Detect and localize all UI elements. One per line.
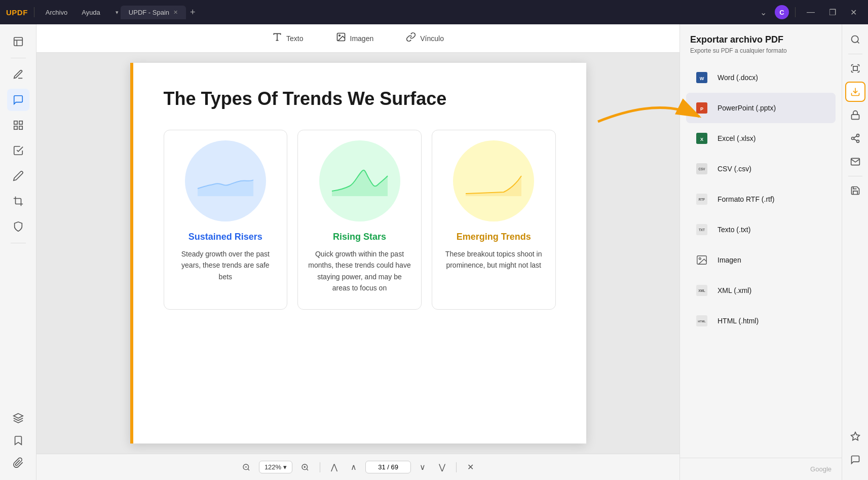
export-panel-subtitle: Exporte su PDF a cualquier formato bbox=[690, 47, 832, 54]
svg-rect-5 bbox=[14, 126, 17, 129]
fr-protect-icon[interactable] bbox=[845, 105, 865, 125]
export-item-imagen[interactable]: Imagen bbox=[686, 245, 836, 275]
export-list: W Word (.docx) P PowerPoint (.pptx) X Ex… bbox=[680, 58, 842, 458]
close-button[interactable]: ✕ bbox=[845, 6, 862, 19]
export-item-xml[interactable]: XML XML (.xml) bbox=[686, 275, 836, 306]
sidebar-icon-protect[interactable] bbox=[7, 215, 29, 238]
chevron-down-icon[interactable]: ⌄ bbox=[756, 6, 771, 19]
prev-page-button[interactable]: ∧ bbox=[346, 460, 361, 474]
chart-circle-green bbox=[319, 140, 400, 221]
tab-label: UPDF - Spain bbox=[129, 9, 169, 16]
zoom-value: 122% bbox=[265, 463, 281, 471]
last-page-button[interactable]: ⋁ bbox=[434, 460, 450, 474]
export-item-csv[interactable]: CSV CSV (.csv) bbox=[686, 154, 836, 184]
sidebar-icon-pages[interactable] bbox=[7, 30, 29, 53]
title-bar-right: ⌄ C — ❐ ✕ bbox=[756, 5, 862, 19]
export-panel-title: Exportar archivo PDF bbox=[690, 34, 832, 45]
export-item-rtf[interactable]: RTF Formato RTF (.rtf) bbox=[686, 184, 836, 214]
menu-ayuda[interactable]: Ayuda bbox=[77, 7, 105, 18]
export-item-powerpoint[interactable]: P PowerPoint (.pptx) bbox=[686, 93, 836, 123]
right-panel: Exportar archivo PDF Exporte su PDF a cu… bbox=[680, 24, 842, 480]
svg-rect-41 bbox=[851, 115, 859, 119]
fr-magic-icon[interactable] bbox=[845, 426, 865, 447]
tab-dropdown-icon[interactable]: ▾ bbox=[116, 9, 119, 16]
minimize-button[interactable]: — bbox=[802, 6, 820, 19]
export-item-icon-txt: TXT bbox=[693, 221, 710, 238]
tab-add-button[interactable]: + bbox=[190, 7, 196, 18]
export-item-label-rtf: Formato RTF (.rtf) bbox=[718, 195, 775, 203]
win-btn-divider bbox=[795, 7, 796, 17]
svg-text:CSV: CSV bbox=[698, 167, 705, 171]
svg-line-38 bbox=[857, 42, 859, 44]
page-number: 31 / 69 bbox=[378, 463, 398, 471]
zoom-in-button[interactable] bbox=[296, 461, 314, 474]
toolbar-text[interactable]: Texto bbox=[266, 29, 309, 48]
sidebar-icon-annotate[interactable] bbox=[7, 89, 29, 111]
chart-circle-blue bbox=[185, 140, 266, 221]
sidebar-icon-bookmark[interactable] bbox=[7, 429, 29, 452]
main-toolbar: Texto Imagen Vínculo bbox=[36, 24, 680, 53]
sidebar-icon-layers[interactable] bbox=[7, 407, 29, 429]
zoom-display[interactable]: 122% ▾ bbox=[259, 461, 292, 473]
maximize-button[interactable]: ❐ bbox=[824, 6, 841, 19]
card-desc-sustained: Steady growth over the past years, these… bbox=[174, 248, 277, 282]
close-bar-button[interactable]: ✕ bbox=[463, 460, 478, 474]
svg-marker-47 bbox=[851, 432, 859, 440]
card-title-sustained: Sustained Risers bbox=[188, 232, 262, 242]
zoom-out-button[interactable] bbox=[238, 461, 255, 474]
fr-chat-icon[interactable] bbox=[845, 450, 865, 470]
sidebar-icon-organize[interactable] bbox=[7, 114, 29, 136]
tab-close-icon[interactable]: ✕ bbox=[173, 9, 178, 16]
fr-search-icon[interactable] bbox=[845, 29, 865, 50]
export-item-icon-rtf: RTF bbox=[693, 191, 710, 208]
toolbar-image[interactable]: Imagen bbox=[330, 29, 380, 48]
next-page-button[interactable]: ∨ bbox=[415, 460, 430, 474]
export-item-word[interactable]: W Word (.docx) bbox=[686, 62, 836, 93]
sidebar-icon-attach[interactable] bbox=[7, 452, 29, 474]
svg-point-11 bbox=[338, 35, 340, 36]
export-item-label-excel: Excel (.xlsx) bbox=[718, 134, 756, 142]
export-item-txt[interactable]: TXT Texto (.txt) bbox=[686, 214, 836, 245]
card-title-rising: Rising Stars bbox=[333, 232, 386, 242]
active-tab[interactable]: UPDF - Spain ✕ bbox=[121, 6, 186, 19]
fr-mail-icon[interactable] bbox=[845, 152, 865, 172]
toolbar-link[interactable]: Vínculo bbox=[400, 29, 450, 48]
export-item-excel[interactable]: X Excel (.xlsx) bbox=[686, 123, 836, 154]
sidebar-div-2 bbox=[11, 243, 26, 243]
svg-line-46 bbox=[854, 136, 857, 137]
export-item-label-txt: Texto (.txt) bbox=[718, 226, 750, 234]
export-item-icon-word: W bbox=[693, 69, 710, 86]
main-layout: Texto Imagen Vínculo The Types Of Trends… bbox=[0, 24, 868, 480]
card-rising-stars: Rising Stars Quick growth within the pas… bbox=[297, 130, 422, 310]
pdf-page-title: The Types Of Trends We Surface bbox=[164, 88, 556, 109]
card-emerging-trends: Emerging Trends These breakout topics sh… bbox=[432, 130, 556, 310]
avatar[interactable]: C bbox=[775, 5, 789, 19]
export-item-icon-imagen bbox=[693, 251, 710, 269]
right-panel-header: Exportar archivo PDF Exporte su PDF a cu… bbox=[680, 24, 842, 58]
export-item-icon-xml: XML bbox=[693, 282, 710, 299]
menu-archivo[interactable]: Archivo bbox=[41, 7, 72, 18]
export-item-html[interactable]: HTML HTML (.html) bbox=[686, 306, 836, 336]
svg-text:X: X bbox=[700, 137, 704, 142]
fr-share-icon[interactable] bbox=[845, 128, 865, 149]
text-icon bbox=[272, 32, 282, 45]
title-bar: UPDF Archivo Ayuda ▾ UPDF - Spain ✕ + ⌄ … bbox=[0, 0, 868, 24]
sidebar-icon-sign[interactable] bbox=[7, 165, 29, 187]
image-icon bbox=[336, 32, 346, 45]
svg-rect-6 bbox=[19, 126, 22, 129]
svg-text:XML: XML bbox=[698, 289, 705, 292]
first-page-button[interactable]: ⋀ bbox=[326, 460, 342, 474]
fr-export-icon[interactable] bbox=[845, 82, 865, 102]
fr-save-icon[interactable] bbox=[845, 180, 865, 201]
page-display[interactable]: 31 / 69 bbox=[365, 461, 411, 473]
sidebar-icon-edit[interactable] bbox=[7, 63, 29, 86]
export-item-label-html: HTML (.html) bbox=[718, 317, 759, 325]
fr-ocr-icon[interactable] bbox=[845, 58, 865, 79]
title-bar-divider bbox=[34, 7, 34, 17]
card-sustained-risers: Sustained Risers Steady growth over the … bbox=[164, 130, 288, 310]
toolbar-image-label: Imagen bbox=[350, 34, 374, 43]
sidebar-icon-crop[interactable] bbox=[7, 190, 29, 212]
sidebar-bottom bbox=[7, 407, 29, 474]
sidebar-icon-forms[interactable] bbox=[7, 139, 29, 162]
link-icon bbox=[406, 32, 416, 45]
